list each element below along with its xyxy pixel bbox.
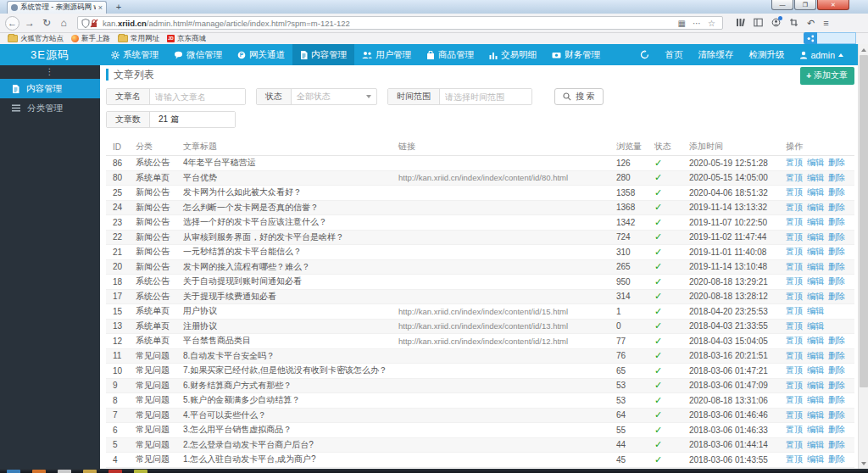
undo-icon[interactable]: ↶ (807, 18, 815, 29)
op-link[interactable]: 编辑 (807, 425, 824, 434)
home-icon[interactable]: ⌂ (55, 17, 72, 29)
sidebar-item-category[interactable]: 分类管理 (0, 98, 100, 118)
op-link[interactable]: 编辑 (807, 292, 824, 301)
op-link[interactable]: 置顶 (786, 262, 803, 271)
op-link[interactable]: 编辑 (807, 247, 824, 256)
nav-item-finance[interactable]: 财务管理 (544, 44, 608, 65)
time-range-input[interactable] (440, 89, 531, 104)
op-link[interactable]: 编辑 (807, 454, 824, 464)
op-link[interactable]: 编辑 (807, 351, 824, 360)
start-orb[interactable] (7, 470, 20, 473)
new-tab-button[interactable]: + (112, 2, 125, 13)
scroll-up-arrow[interactable] (859, 44, 868, 55)
scrollbar-thumb[interactable] (860, 55, 868, 387)
op-link[interactable]: 置顶 (786, 203, 803, 212)
op-link[interactable]: 删除 (828, 158, 845, 167)
op-link[interactable]: 删除 (828, 276, 845, 286)
op-link[interactable]: 编辑 (807, 173, 824, 182)
op-link[interactable]: 置顶 (786, 440, 803, 449)
taskbar-icon[interactable] (32, 470, 46, 473)
nav-item-transactions[interactable]: 交易明细 (481, 44, 544, 65)
op-link[interactable]: 删除 (828, 336, 845, 345)
nav-item-gateway[interactable]: P 网关通道 (230, 44, 292, 65)
taskbar-icon[interactable] (134, 470, 147, 473)
screenshot-icon[interactable] (789, 18, 798, 29)
op-link[interactable]: 删除 (828, 203, 845, 212)
scroll-down-arrow[interactable] (859, 458, 868, 469)
op-link[interactable]: 编辑 (807, 381, 824, 390)
op-link[interactable]: 删除 (828, 365, 845, 375)
bookmark-item[interactable]: 新手上路 (71, 34, 110, 44)
op-link[interactable]: 置顶 (786, 351, 803, 360)
op-link[interactable]: 置顶 (786, 276, 803, 286)
bookmark-item[interactable]: 常用网址 (118, 34, 159, 44)
refresh-icon[interactable] (640, 50, 649, 59)
op-link[interactable]: 删除 (828, 454, 845, 464)
op-link[interactable]: 编辑 (807, 262, 824, 271)
menu-icon[interactable]: ≡ (823, 18, 828, 28)
op-link[interactable]: 置顶 (786, 292, 803, 301)
check-upgrade-link[interactable]: 检测升级 (748, 49, 784, 61)
op-link[interactable]: 置顶 (786, 306, 803, 315)
tab-close-icon[interactable]: × (98, 3, 103, 12)
op-link[interactable]: 编辑 (807, 276, 824, 286)
qr-code-icon[interactable]: ▦ (678, 19, 686, 28)
nav-item-system[interactable]: 系统管理 (103, 44, 166, 65)
op-link[interactable]: 置顶 (786, 336, 803, 345)
windows-taskbar[interactable] (0, 469, 868, 473)
op-link[interactable]: 编辑 (807, 440, 824, 449)
nav-item-users[interactable]: 用户管理 (354, 44, 419, 65)
op-link[interactable]: 置顶 (786, 187, 803, 197)
page-scrollbar[interactable] (858, 44, 868, 469)
op-link[interactable]: 删除 (828, 351, 845, 360)
close-window-button[interactable]: ✕ (817, 0, 849, 10)
op-link[interactable]: 编辑 (807, 217, 824, 226)
op-link[interactable]: 删除 (828, 173, 845, 182)
browser-tab[interactable]: 系统管理 - 亲测源码网 www.q × (7, 1, 107, 14)
sidebar-toggle-icon[interactable] (754, 18, 763, 29)
op-link[interactable]: 置顶 (786, 425, 803, 434)
sidebar-item-content[interactable]: 内容管理 (0, 79, 100, 98)
op-link[interactable]: 删除 (828, 217, 845, 226)
op-link[interactable]: 置顶 (786, 321, 803, 331)
page-actions-icon[interactable]: ⋯ (693, 19, 701, 28)
op-link[interactable]: 编辑 (807, 187, 824, 197)
op-link[interactable]: 编辑 (807, 336, 824, 345)
nav-item-wechat[interactable]: 微信管理 (166, 44, 230, 65)
op-link[interactable]: 删除 (828, 247, 845, 256)
op-link[interactable]: 删除 (828, 425, 845, 434)
app-logo[interactable]: 3E源码 (31, 44, 70, 65)
op-link[interactable]: 删除 (828, 381, 845, 390)
op-link[interactable]: 编辑 (807, 365, 824, 375)
op-link[interactable]: 编辑 (807, 395, 824, 404)
search-button[interactable]: 搜 索 (554, 88, 604, 105)
op-link[interactable]: 置顶 (786, 454, 803, 464)
op-link[interactable]: 置顶 (786, 247, 803, 256)
op-link[interactable]: 删除 (828, 440, 845, 449)
account-icon[interactable] (771, 18, 781, 29)
forward-icon[interactable]: → (21, 17, 38, 29)
op-link[interactable]: 编辑 (807, 203, 824, 212)
reload-icon[interactable]: ↻ (38, 17, 55, 29)
back-icon[interactable]: ← (5, 16, 19, 31)
plugin-icon[interactable] (804, 32, 817, 44)
op-link[interactable]: 删除 (828, 262, 845, 271)
op-link[interactable]: 置顶 (786, 395, 803, 404)
taskbar-icon[interactable] (58, 470, 71, 473)
op-link[interactable]: 置顶 (786, 381, 803, 390)
op-link[interactable]: 编辑 (807, 306, 824, 315)
library-icon[interactable] (736, 18, 745, 29)
maximize-button[interactable]: ❐ (794, 0, 816, 10)
article-name-input[interactable] (150, 89, 245, 104)
op-link[interactable]: 置顶 (786, 173, 803, 182)
user-menu[interactable]: admin (799, 50, 843, 60)
minimize-button[interactable]: — (771, 0, 793, 10)
bookmark-item[interactable]: JD 京东商城 (167, 34, 206, 44)
op-link[interactable]: 置顶 (786, 158, 803, 167)
nav-item-goods[interactable]: 商品管理 (419, 44, 481, 65)
add-article-button[interactable]: + 添加文章 (800, 67, 854, 85)
op-link[interactable]: 删除 (828, 292, 845, 301)
op-link[interactable]: 置顶 (786, 232, 803, 242)
op-link[interactable]: 删除 (828, 395, 845, 404)
op-link[interactable]: 删除 (828, 187, 845, 197)
